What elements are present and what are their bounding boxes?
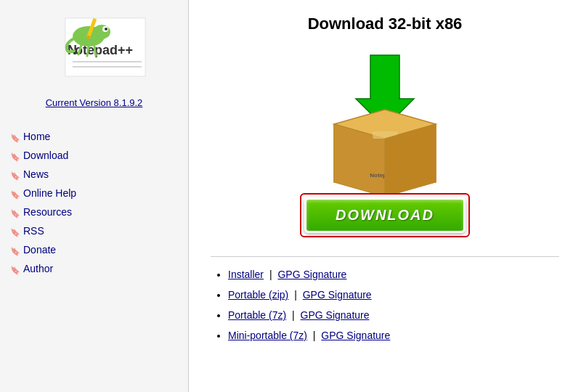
nav-item: News (7, 165, 181, 184)
nav-link[interactable]: Author (23, 263, 53, 274)
bookmark-icon (10, 169, 19, 179)
logo-area: otepad++ N Current Version 8.1.9.2 (0, 7, 188, 120)
nav-link[interactable]: RSS (23, 225, 44, 237)
download-box-area: Notepad++ DOWNLOAD Installer | GPG Signa… (211, 48, 559, 350)
svg-line-10 (87, 46, 89, 56)
notepadpp-logo: otepad++ N (36, 15, 153, 94)
gpg-signature-link[interactable]: GPG Signature (301, 309, 370, 321)
bookmark-icon (10, 150, 19, 160)
divider (211, 256, 559, 257)
nav-item: Donate (7, 240, 181, 259)
bookmark-icon (10, 131, 19, 142)
download-link[interactable]: Portable (zip) (228, 289, 288, 301)
download-link[interactable]: Mini-portable (7z) (228, 330, 307, 341)
gpg-signature-link[interactable]: GPG Signature (321, 330, 390, 341)
nav-link[interactable]: Resources (23, 206, 72, 218)
gpg-signature-link[interactable]: GPG Signature (303, 289, 372, 301)
separator: | (310, 330, 318, 341)
nav-link[interactable]: News (23, 168, 49, 180)
box-illustration: Notepad++ (312, 48, 458, 193)
download-link[interactable]: Installer (228, 269, 264, 280)
bookmark-icon (10, 264, 19, 274)
bookmark-icon (10, 188, 19, 198)
download-list-item: Installer | GPG Signature (228, 269, 559, 280)
nav-link[interactable]: Donate (23, 244, 56, 256)
svg-point-8 (105, 28, 107, 30)
nav-link[interactable]: Home (23, 131, 50, 142)
nav-item: Home (7, 127, 181, 146)
nav-list: HomeDownloadNewsOnline HelpResourcesRSSD… (0, 127, 188, 278)
nav-link[interactable]: Download (23, 150, 68, 161)
version-link[interactable]: Current Version 8.1.9.2 (46, 97, 143, 108)
separator: | (291, 289, 299, 301)
download-button-wrapper[interactable]: DOWNLOAD (300, 193, 470, 237)
svg-line-11 (94, 46, 96, 56)
page-title: Download 32-bit x86 (211, 15, 559, 33)
nav-link[interactable]: Online Help (23, 187, 76, 199)
svg-point-6 (93, 25, 110, 39)
nav-item: RSS (7, 221, 181, 240)
separator: | (289, 309, 297, 321)
download-list-item: Portable (zip) | GPG Signature (228, 289, 559, 301)
separator: | (267, 269, 275, 280)
nav-item: Resources (7, 203, 181, 221)
bookmark-icon (10, 207, 19, 217)
download-link[interactable]: Portable (7z) (228, 309, 286, 321)
download-list-item: Portable (7z) | GPG Signature (228, 309, 559, 321)
nav-item: Author (7, 259, 181, 278)
sidebar: otepad++ N Current Version 8.1.9.2 (0, 0, 189, 392)
gpg-signature-link[interactable]: GPG Signature (277, 269, 346, 280)
bookmark-icon (10, 226, 19, 236)
download-links-list: Installer | GPG SignaturePortable (zip) … (211, 269, 559, 350)
download-button[interactable]: DOWNLOAD (304, 197, 466, 233)
nav-item: Online Help (7, 184, 181, 203)
bookmark-icon (10, 245, 19, 255)
main-content: Download 32-bit x86 Note (189, 0, 581, 392)
download-list-item: Mini-portable (7z) | GPG Signature (228, 330, 559, 341)
nav-item: Download (7, 146, 181, 165)
